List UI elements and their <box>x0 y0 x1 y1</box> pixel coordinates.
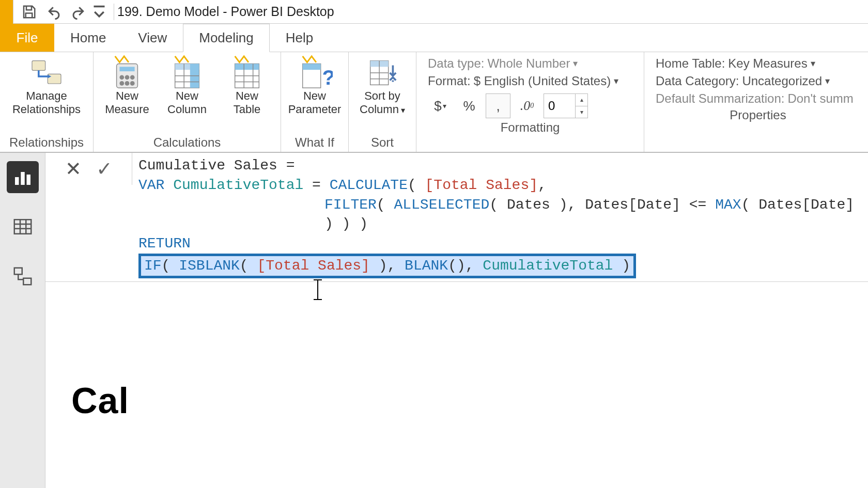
undo-button[interactable] <box>42 1 65 23</box>
manage-relationships-button[interactable]: Manage Relationships <box>5 55 88 117</box>
svg-rect-26 <box>23 278 31 285</box>
chevron-down-icon: ▾ <box>443 102 446 110</box>
new-parameter-button[interactable]: ? New Parameter <box>286 55 343 117</box>
manage-relationships-icon <box>28 57 65 88</box>
tab-view[interactable]: View <box>122 24 183 52</box>
formula-bar: ✕ ✓ Cumulative Sales = VAR CumulativeTot… <box>45 153 868 282</box>
format-dropdown[interactable]: Format: $ English (United States) ▾ <box>428 74 630 88</box>
decimal-places-field[interactable] <box>544 94 575 118</box>
svg-rect-15 <box>235 64 259 70</box>
svg-point-5 <box>119 75 124 80</box>
new-table-button[interactable]: New Table <box>219 55 275 117</box>
svg-rect-22 <box>21 172 25 185</box>
calculator-icon <box>109 57 145 88</box>
chevron-down-icon: ▾ <box>811 58 815 69</box>
model-view-button[interactable] <box>7 260 39 292</box>
table-icon <box>229 57 265 88</box>
redo-button[interactable] <box>67 1 90 23</box>
dax-editor[interactable]: Cumulative Sales = VAR CumulativeTotal =… <box>132 153 868 281</box>
svg-rect-17 <box>303 64 321 70</box>
highlighted-dax-line: IF( ISBLANK( [Total Sales] ), BLANK(), C… <box>138 254 636 278</box>
chevron-down-icon: ▾ <box>573 58 578 69</box>
currency-button[interactable]: $ ▾ <box>428 93 453 118</box>
table-icon <box>12 216 33 237</box>
decimal-places-icon: .00 <box>515 93 539 118</box>
sort-by-column-button[interactable]: Sort by Column▾ <box>354 55 411 117</box>
tab-modeling[interactable]: Modeling <box>183 24 270 52</box>
spin-down[interactable]: ▾ <box>576 106 587 118</box>
quick-access-toolbar <box>13 1 111 23</box>
window-title: 199. Demo Model - Power BI Desktop <box>117 4 334 19</box>
ribbon: Manage Relationships Relationships New M… <box>0 52 868 153</box>
svg-rect-23 <box>26 175 30 185</box>
svg-text:?: ? <box>322 66 333 89</box>
data-view-button[interactable] <box>7 211 39 243</box>
file-menu[interactable]: File <box>0 24 54 52</box>
svg-rect-4 <box>119 67 134 71</box>
svg-rect-24 <box>14 219 31 234</box>
menu-bar: File Home View Modeling Help <box>0 24 868 52</box>
chevron-down-icon <box>92 4 106 20</box>
ribbon-group-sort: Sort by Column▾ Sort <box>349 52 416 152</box>
qat-customize-button[interactable] <box>92 1 106 23</box>
svg-point-9 <box>125 81 130 86</box>
ribbon-group-properties: Home Table: Key Measures ▾ Data Category… <box>644 52 868 152</box>
report-view-button[interactable] <box>7 161 39 193</box>
tab-help[interactable]: Help <box>270 24 329 52</box>
svg-rect-25 <box>14 268 22 275</box>
separator <box>114 4 114 20</box>
home-table-dropdown[interactable]: Home Table: Key Measures ▾ <box>656 56 858 71</box>
new-measure-button[interactable]: New Measure <box>99 55 156 117</box>
ribbon-group-relationships: Manage Relationships Relationships <box>0 52 94 152</box>
svg-rect-21 <box>15 177 19 185</box>
data-category-dropdown[interactable]: Data Category: Uncategorized ▾ <box>656 74 858 88</box>
decimal-places-input[interactable]: ▴▾ <box>544 93 588 118</box>
bar-chart-icon <box>12 167 33 187</box>
parameter-icon: ? <box>297 57 333 88</box>
chevron-down-icon: ▾ <box>825 75 830 87</box>
save-button[interactable] <box>18 1 40 23</box>
spin-up[interactable]: ▴ <box>576 94 587 106</box>
new-column-button[interactable]: New Column <box>159 55 215 117</box>
ribbon-group-formatting: Data type: Whole Number ▾ Format: $ Engl… <box>416 52 644 152</box>
tab-home[interactable]: Home <box>54 24 122 52</box>
relationship-icon <box>12 266 33 287</box>
data-type-dropdown[interactable]: Data type: Whole Number ▾ <box>428 56 630 71</box>
title-bar: 199. Demo Model - Power BI Desktop <box>0 0 868 24</box>
ribbon-group-calculations: New Measure New Column New Table Calcula… <box>94 52 281 152</box>
formula-commit-button[interactable]: ✓ <box>96 158 113 180</box>
thousands-separator-button[interactable]: , <box>486 93 510 118</box>
app-logo <box>0 0 13 24</box>
svg-rect-1 <box>48 74 61 84</box>
svg-point-8 <box>119 81 124 86</box>
svg-rect-0 <box>32 61 45 71</box>
view-switcher <box>0 153 45 488</box>
svg-point-10 <box>130 81 135 86</box>
chevron-down-icon: ▾ <box>614 75 618 87</box>
default-summarization-dropdown[interactable]: Default Summarization: Don't summ <box>656 91 858 106</box>
report-canvas[interactable]: Cal Ye 2015 2016 2017 2018 1/01/2017$14,… <box>45 282 868 488</box>
formula-cancel-button[interactable]: ✕ <box>65 158 82 180</box>
sort-icon <box>364 57 400 88</box>
percent-button[interactable]: % <box>457 93 482 118</box>
page-title: Cal <box>71 380 129 421</box>
save-icon <box>21 4 37 20</box>
main-area: ✕ ✓ Cumulative Sales = VAR CumulativeTot… <box>0 153 868 488</box>
undo-icon <box>46 4 61 20</box>
svg-point-7 <box>130 75 135 80</box>
table-column-icon <box>169 57 205 88</box>
svg-point-6 <box>125 75 130 80</box>
redo-icon <box>71 4 86 20</box>
ribbon-group-whatif: ? New Parameter What If <box>281 52 349 152</box>
